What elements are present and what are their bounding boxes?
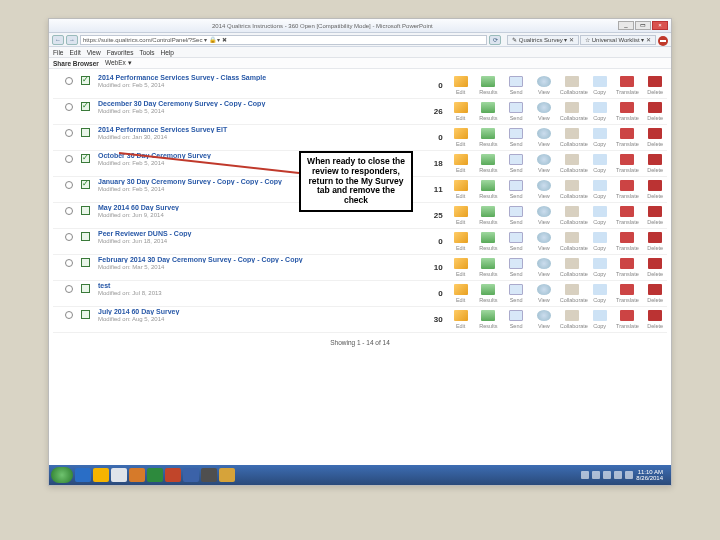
action-edit[interactable]: Edit <box>449 128 473 147</box>
action-collaborate[interactable]: Collaborate <box>560 258 584 277</box>
tray-icon[interactable] <box>625 471 633 479</box>
action-send[interactable]: Send <box>504 180 528 199</box>
browser-tab-qualtrics[interactable]: ✎ Qualtrics Survey ▾ ✕ <box>507 35 579 45</box>
survey-info[interactable]: testModified on: Jul 8, 2013 <box>98 281 421 296</box>
select-radio[interactable] <box>65 311 73 319</box>
action-copy[interactable]: Copy <box>588 310 612 329</box>
action-view[interactable]: View <box>532 102 556 121</box>
action-results[interactable]: Results <box>477 232 501 251</box>
minimize-button[interactable]: _ <box>618 21 634 30</box>
action-collaborate[interactable]: Collaborate <box>560 154 584 173</box>
action-collaborate[interactable]: Collaborate <box>560 128 584 147</box>
taskbar-app-icon[interactable] <box>219 468 235 482</box>
select-radio[interactable] <box>65 207 73 215</box>
action-view[interactable]: View <box>532 180 556 199</box>
addon-warning-icon[interactable] <box>658 36 668 46</box>
action-translate[interactable]: Translate <box>616 232 640 251</box>
select-radio[interactable] <box>65 233 73 241</box>
back-button[interactable]: ← <box>52 35 64 45</box>
menu-view[interactable]: View <box>87 49 101 56</box>
action-edit[interactable]: Edit <box>449 154 473 173</box>
action-delete[interactable]: Delete <box>643 310 667 329</box>
survey-info[interactable]: December 30 Day Ceremony Survey - Copy -… <box>98 99 421 114</box>
taskbar-clock[interactable]: 11:10 AM 8/26/2014 <box>636 469 663 482</box>
action-view[interactable]: View <box>532 310 556 329</box>
taskbar-app-icon[interactable] <box>201 468 217 482</box>
start-button[interactable] <box>51 467 73 483</box>
taskbar-app-icon[interactable] <box>183 468 199 482</box>
action-send[interactable]: Send <box>504 76 528 95</box>
action-delete[interactable]: Delete <box>643 180 667 199</box>
action-edit[interactable]: Edit <box>449 102 473 121</box>
select-radio[interactable] <box>65 259 73 267</box>
menu-edit[interactable]: Edit <box>69 49 80 56</box>
taskbar-app-icon[interactable] <box>147 468 163 482</box>
action-delete[interactable]: Delete <box>643 128 667 147</box>
action-results[interactable]: Results <box>477 76 501 95</box>
action-results[interactable]: Results <box>477 128 501 147</box>
action-translate[interactable]: Translate <box>616 154 640 173</box>
maximize-button[interactable]: ▭ <box>635 21 651 30</box>
action-collaborate[interactable]: Collaborate <box>560 310 584 329</box>
survey-info[interactable]: July 2014 60 Day SurveyModified on: Aug … <box>98 307 421 322</box>
select-radio[interactable] <box>65 77 73 85</box>
action-view[interactable]: View <box>532 206 556 225</box>
action-edit[interactable]: Edit <box>449 206 473 225</box>
action-copy[interactable]: Copy <box>588 128 612 147</box>
active-checkbox[interactable] <box>81 154 90 163</box>
close-button[interactable]: × <box>652 21 668 30</box>
action-delete[interactable]: Delete <box>643 206 667 225</box>
action-collaborate[interactable]: Collaborate <box>560 206 584 225</box>
action-copy[interactable]: Copy <box>588 102 612 121</box>
active-checkbox[interactable] <box>81 76 90 85</box>
tray-icon[interactable] <box>581 471 589 479</box>
survey-info[interactable]: Peer Reviewer DUNS - CopyModified on: Ju… <box>98 229 421 244</box>
action-copy[interactable]: Copy <box>588 180 612 199</box>
action-copy[interactable]: Copy <box>588 258 612 277</box>
action-delete[interactable]: Delete <box>643 102 667 121</box>
action-send[interactable]: Send <box>504 128 528 147</box>
action-results[interactable]: Results <box>477 154 501 173</box>
action-translate[interactable]: Translate <box>616 102 640 121</box>
action-translate[interactable]: Translate <box>616 284 640 303</box>
active-checkbox[interactable] <box>81 284 90 293</box>
active-checkbox[interactable] <box>81 258 90 267</box>
browser-tab-worklist[interactable]: ☆ Universal Worklist ▾ ✕ <box>580 35 656 45</box>
action-copy[interactable]: Copy <box>588 154 612 173</box>
action-delete[interactable]: Delete <box>643 154 667 173</box>
select-radio[interactable] <box>65 285 73 293</box>
action-collaborate[interactable]: Collaborate <box>560 232 584 251</box>
taskbar-app-icon[interactable] <box>93 468 109 482</box>
menu-tools[interactable]: Tools <box>139 49 154 56</box>
select-radio[interactable] <box>65 103 73 111</box>
action-view[interactable]: View <box>532 154 556 173</box>
action-delete[interactable]: Delete <box>643 232 667 251</box>
active-checkbox[interactable] <box>81 232 90 241</box>
action-delete[interactable]: Delete <box>643 284 667 303</box>
address-bar[interactable]: https://suite.qualtrics.com/ControlPanel… <box>80 35 487 45</box>
active-checkbox[interactable] <box>81 102 90 111</box>
share-browser-button[interactable]: Share Browser <box>53 60 99 67</box>
select-radio[interactable] <box>65 181 73 189</box>
taskbar-app-icon[interactable] <box>165 468 181 482</box>
action-send[interactable]: Send <box>504 284 528 303</box>
action-delete[interactable]: Delete <box>643 258 667 277</box>
action-view[interactable]: View <box>532 232 556 251</box>
action-send[interactable]: Send <box>504 232 528 251</box>
action-send[interactable]: Send <box>504 102 528 121</box>
menu-file[interactable]: File <box>53 49 63 56</box>
action-results[interactable]: Results <box>477 310 501 329</box>
action-view[interactable]: View <box>532 128 556 147</box>
action-collaborate[interactable]: Collaborate <box>560 102 584 121</box>
action-copy[interactable]: Copy <box>588 284 612 303</box>
forward-button[interactable]: → <box>66 35 78 45</box>
select-radio[interactable] <box>65 155 73 163</box>
reload-button[interactable]: ⟳ <box>489 35 501 45</box>
action-results[interactable]: Results <box>477 180 501 199</box>
active-checkbox[interactable] <box>81 128 90 137</box>
action-view[interactable]: View <box>532 258 556 277</box>
action-copy[interactable]: Copy <box>588 206 612 225</box>
action-edit[interactable]: Edit <box>449 232 473 251</box>
survey-info[interactable]: 2014 Performance Services Survey - Class… <box>98 73 421 88</box>
action-view[interactable]: View <box>532 284 556 303</box>
